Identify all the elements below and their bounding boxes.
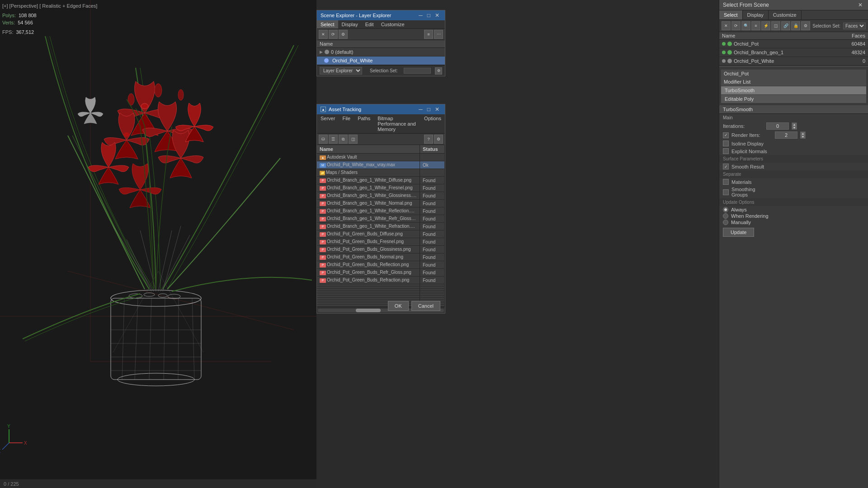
table-row[interactable]: POrchid_Pot_Green_Buds_Reflection.pngFou… <box>317 261 445 269</box>
rp-btn-7[interactable]: 🔗 <box>781 21 790 30</box>
selection-set-dropdown[interactable]: Faces <box>843 23 866 29</box>
rp-btn-2[interactable]: ⟳ <box>731 21 741 30</box>
asset-ok-button[interactable]: OK <box>388 301 409 311</box>
ts-smoothing-checkbox[interactable] <box>723 189 729 195</box>
table-row[interactable]: POrchid_Pot_Green_Buds_Glossiness.pngFou… <box>317 246 445 253</box>
object-row-orchid-pot[interactable]: Orchid_Pot 60484 <box>719 40 868 48</box>
asset-btn-2[interactable]: ☰ <box>329 135 338 144</box>
layer-tab-select[interactable]: Select <box>317 20 338 28</box>
tab-customize[interactable]: Customize <box>769 10 802 19</box>
ts-radio-manually-btn[interactable] <box>723 220 728 225</box>
right-panel-title: Select From Scene <box>723 2 769 8</box>
layer-more-btn[interactable]: ⋯ <box>434 30 443 39</box>
asset-menu-options[interactable]: Options <box>420 114 445 133</box>
ts-isoline-row: Isoline Display <box>719 140 868 147</box>
polys-label: Polys: <box>2 12 16 19</box>
layer-row-0[interactable]: ▶ 0 (default) <box>317 48 445 56</box>
table-row[interactable]: POrchid_Pot_Green_Buds_Normal.pngFound <box>317 253 445 261</box>
layer-row-1[interactable]: Orchid_Pot_White <box>317 56 445 65</box>
table-row[interactable]: POrchid_Branch_geo_1_White_Glossiness.pn… <box>317 192 445 200</box>
modifier-turbosmooth[interactable]: TurboSmooth <box>721 86 866 94</box>
table-row[interactable]: POrchid_Pot_Green_Buds_Diffuse.pngFound <box>317 230 445 238</box>
table-row[interactable]: MOrchid_Pot_White_max_vray.max Ok <box>317 161 445 169</box>
asset-cancel-button[interactable]: Cancel <box>411 301 440 311</box>
asset-btn-help[interactable]: ? <box>424 135 433 144</box>
rp-btn-3[interactable]: 🔍 <box>741 21 750 30</box>
ts-iterations-spinner[interactable]: ▲ ▼ <box>792 122 797 130</box>
ts-isoline-checkbox[interactable] <box>723 141 729 146</box>
obj-row-name: Orchid_Branch_geo_1 <box>719 48 836 56</box>
asset-panel-minimize[interactable]: ─ <box>417 106 425 113</box>
ts-smooth-result-checkbox[interactable] <box>723 164 729 169</box>
ts-spinner-down[interactable]: ▼ <box>792 126 797 129</box>
ts-spinner-up[interactable]: ▲ <box>792 123 797 126</box>
asset-btn-3[interactable]: ⧉ <box>339 135 348 144</box>
asset-col-name: Name <box>317 145 420 154</box>
ts-render-iters-input[interactable] <box>775 131 797 139</box>
object-row-branch[interactable]: Orchid_Branch_geo_1 48324 <box>719 48 868 57</box>
layer-panel-titlebar[interactable]: Scene Explorer - Layer Explorer ─ □ ✕ <box>317 10 445 20</box>
table-row[interactable]: POrchid_Branch_geo_1_White_Normal.pngFou… <box>317 200 445 207</box>
table-row[interactable]: POrchid_Branch_geo_1_White_Reflection.pn… <box>317 207 445 215</box>
rp-btn-4[interactable]: ≡ <box>751 21 760 30</box>
table-row[interactable]: POrchid_Branch_geo_1_White_Refr_Gloss.pn… <box>317 215 445 223</box>
ts-radio-always-btn[interactable] <box>723 207 728 212</box>
table-row[interactable]: POrchid_Pot_Green_Buds_Refr_Gloss.pngFou… <box>317 269 445 277</box>
ts-render-iters-checkbox[interactable] <box>723 132 729 138</box>
modifier-editable-poly[interactable]: Editable Poly <box>721 95 866 103</box>
layer-explorer-dropdown[interactable]: Layer Explorer <box>320 67 362 75</box>
ts-render-iters-label: Render Iters: <box>731 132 772 138</box>
table-row[interactable]: POrchid_Pot_Green_Buds_Fresnel.pngFound <box>317 238 445 246</box>
asset-panel-maximize[interactable]: □ <box>425 106 432 113</box>
layer-tab-edit[interactable]: Edit <box>362 20 377 28</box>
asset-table-body: ▲Autodesk Vault MOrchid_Pot_White_max_vr… <box>317 154 445 307</box>
asset-btn-settings[interactable]: ⚙ <box>434 135 443 144</box>
table-row[interactable]: POrchid_Branch_geo_1_White_Refraction.pn… <box>317 223 445 230</box>
rp-btn-9[interactable]: ⚙ <box>801 21 810 30</box>
rp-btn-1[interactable]: ✕ <box>722 21 731 30</box>
asset-menu-bitmap[interactable]: Bitmap Performance and Memory <box>374 114 420 133</box>
ts-radio-rendering-btn[interactable] <box>723 213 728 219</box>
asset-panel-titlebar[interactable]: ▲ Asset Tracking ─ □ ✕ <box>317 104 445 114</box>
obj-faces-text: 60484 <box>836 40 868 48</box>
asset-btn-1[interactable]: ⛁ <box>319 135 328 144</box>
rp-btn-5[interactable]: ⚡ <box>761 21 770 30</box>
layer-selection-set-input[interactable] <box>404 68 431 74</box>
right-panel-close[interactable]: ✕ <box>856 2 864 8</box>
asset-btn-4[interactable]: ◫ <box>349 135 358 144</box>
tab-display[interactable]: Display <box>743 10 769 19</box>
layer-tab-display[interactable]: Display <box>338 20 362 28</box>
layer-expand-0: ▶ <box>320 50 323 54</box>
table-row[interactable]: POrchid_Branch_geo_1_White_Fresnel.pngFo… <box>317 184 445 192</box>
ts-materials-checkbox[interactable] <box>723 179 729 185</box>
asset-panel-close[interactable]: ✕ <box>433 106 441 113</box>
rp-btn-6[interactable]: ◫ <box>771 21 780 30</box>
layer-refresh-btn[interactable]: ⟳ <box>329 30 338 39</box>
table-row[interactable]: 📁Maps / Shaders <box>317 169 445 177</box>
layer-filter-btn[interactable]: ≡ <box>424 30 433 39</box>
tab-select[interactable]: Select <box>719 10 743 19</box>
asset-menu-file[interactable]: File <box>339 114 354 133</box>
layer-settings-btn[interactable]: ⚙ <box>339 30 348 39</box>
object-row-pot-white[interactable]: Orchid_Pot_White 0 <box>719 57 868 66</box>
rp-btn-8[interactable]: 🔒 <box>791 21 800 30</box>
layer-footer-btn1[interactable]: ⚙ <box>435 67 442 75</box>
ts-iterations-input[interactable] <box>766 122 789 130</box>
table-row[interactable]: ▲Autodesk Vault <box>317 154 445 161</box>
layer-panel-minimize[interactable]: ─ <box>417 12 425 19</box>
layer-tab-customize[interactable]: Customize <box>377 20 408 28</box>
ts-rendering-label: When Rendering <box>731 213 769 219</box>
layer-panel-close[interactable]: ✕ <box>433 12 441 19</box>
asset-menu-server[interactable]: Server <box>317 114 339 133</box>
table-row[interactable]: POrchid_Branch_geo_1_White_Diffuse.pngFo… <box>317 177 445 184</box>
ts-update-button[interactable]: Update <box>723 228 754 237</box>
asset-menu-paths[interactable]: Paths <box>354 114 374 133</box>
layer-panel-maximize[interactable]: □ <box>425 12 432 19</box>
layer-list: ▶ 0 (default) Orchid_Pot_White <box>317 48 445 65</box>
table-row[interactable]: POrchid_Pot_Green_Buds_Refraction.pngFou… <box>317 277 445 284</box>
asset-scrollbar-thumb[interactable] <box>356 309 381 312</box>
svg-text:X: X <box>24 441 27 446</box>
layer-close-btn[interactable]: ✕ <box>319 30 328 39</box>
ts-render-spinner[interactable]: ▲ ▼ <box>800 131 806 139</box>
ts-explicit-checkbox[interactable] <box>723 148 729 154</box>
